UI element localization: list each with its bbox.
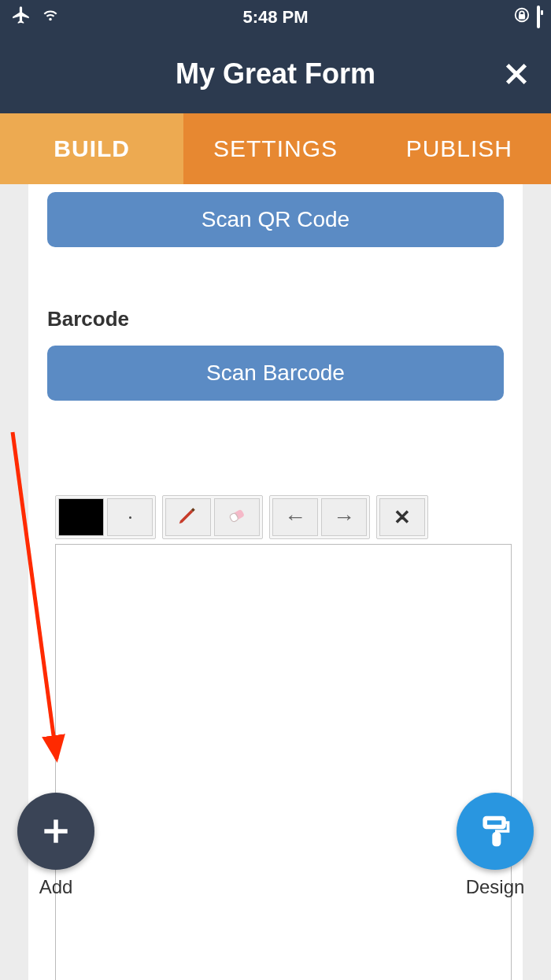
close-icon	[503, 61, 530, 87]
undo-button[interactable]: ←	[272, 498, 318, 536]
battery-icon	[537, 7, 540, 28]
design-fab-label: Design	[444, 876, 546, 898]
pen-tool-button[interactable]	[165, 498, 211, 536]
scan-qr-button[interactable]: Scan QR Code	[47, 192, 504, 247]
eraser-tool-button[interactable]	[214, 498, 260, 536]
redo-button[interactable]: →	[321, 498, 367, 536]
eraser-icon	[225, 503, 249, 531]
paint-roller-icon	[478, 814, 512, 849]
tab-bar: BUILD SETTINGS PUBLISH	[0, 113, 551, 184]
x-icon: ✕	[394, 505, 411, 530]
signature-toolbar: ← → ✕	[55, 495, 504, 539]
rotation-lock-icon	[513, 6, 531, 28]
status-time: 5:48 PM	[0, 7, 551, 28]
page-header: My Great Form	[0, 35, 551, 113]
pencil-icon	[176, 503, 200, 531]
tab-build[interactable]: BUILD	[0, 113, 183, 184]
form-canvas[interactable]: Scan QR Code Barcode Scan Barcode	[0, 184, 551, 980]
arrow-right-icon: →	[333, 505, 355, 530]
color-swatch-button[interactable]	[58, 498, 104, 536]
svg-rect-8	[485, 819, 504, 827]
tab-settings[interactable]: SETTINGS	[183, 113, 367, 184]
barcode-field-label: Barcode	[47, 307, 504, 331]
svg-rect-9	[494, 834, 499, 845]
clear-button[interactable]: ✕	[379, 498, 425, 536]
airplane-mode-icon	[11, 5, 31, 30]
svg-rect-1	[520, 15, 524, 19]
add-fab-label: Add	[17, 876, 94, 898]
arrow-left-icon: ←	[284, 505, 306, 530]
close-button[interactable]	[501, 58, 532, 90]
plus-icon	[39, 814, 73, 849]
wifi-icon	[39, 6, 61, 28]
design-fab[interactable]	[457, 793, 534, 870]
signature-field: ← → ✕	[47, 495, 504, 980]
form-card: Scan QR Code Barcode Scan Barcode	[28, 184, 523, 980]
add-fab[interactable]	[17, 793, 94, 870]
brush-size-button[interactable]	[107, 498, 153, 536]
page-title: My Great Form	[176, 57, 375, 91]
scan-barcode-button[interactable]: Scan Barcode	[47, 346, 504, 401]
status-bar: 5:48 PM	[0, 0, 551, 35]
tab-publish[interactable]: PUBLISH	[368, 113, 551, 184]
signature-canvas[interactable]	[55, 544, 512, 980]
